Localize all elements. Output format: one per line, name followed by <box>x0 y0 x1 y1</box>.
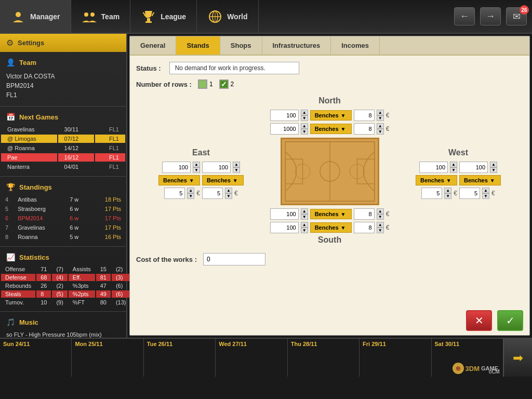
south-stand-row-1: ▲ ▼ Benches ▼ ▲ ▼ € <box>270 208 390 220</box>
north-price-spin-down-2[interactable]: ▼ <box>377 129 384 135</box>
south-bench-select-2[interactable]: Benches ▼ <box>310 222 352 233</box>
tab-general[interactable]: General <box>130 36 176 55</box>
west-price-spin-up-2[interactable]: ▲ <box>482 188 489 193</box>
west-euro-1: € <box>454 190 457 197</box>
west-spin-1: ▲ ▼ <box>450 162 457 173</box>
settings-bar[interactable]: ⚙ Settings <box>0 34 126 52</box>
confirm-button[interactable]: ✓ <box>497 310 523 331</box>
team-section-title: Team <box>19 59 36 66</box>
wins: 6 w <box>65 223 90 232</box>
east-spin-down-1[interactable]: ▼ <box>193 167 200 173</box>
north-price-1[interactable] <box>354 110 375 121</box>
tab-infrastructures[interactable]: Infrastructures <box>262 36 331 55</box>
row-checkbox-1[interactable] <box>198 79 207 89</box>
status-label: Status : <box>136 64 161 72</box>
west-price-2[interactable] <box>459 188 480 199</box>
nav-team[interactable]: Team <box>71 0 131 33</box>
north-section: North ▲ ▼ Benches ▼ <box>269 96 390 135</box>
west-price-spin-up-1[interactable]: ▲ <box>444 188 451 193</box>
north-price-spin-up-1[interactable]: ▲ <box>377 110 384 115</box>
west-price-spin-down-1[interactable]: ▼ <box>444 193 451 199</box>
south-price-1[interactable] <box>354 208 375 220</box>
west-spin-up-1[interactable]: ▲ <box>450 162 457 167</box>
date: 16/12 <box>58 153 94 162</box>
south-bench-select-1[interactable]: Benches ▼ <box>310 209 352 219</box>
north-bench-select-2[interactable]: Benches ▼ <box>310 124 352 134</box>
cost-input[interactable] <box>203 253 265 265</box>
east-spin-up-2[interactable]: ▲ <box>233 162 240 167</box>
wins: 6 w <box>65 214 90 222</box>
east-bench-select-1[interactable]: Benches ▼ <box>158 175 200 185</box>
north-spin-up-1[interactable]: ▲ <box>301 110 308 115</box>
east-price-spin-down-1[interactable]: ▼ <box>187 193 194 199</box>
south-spin-up-1[interactable]: ▲ <box>301 208 308 214</box>
tab-incomes[interactable]: Incomes <box>331 36 380 55</box>
cancel-button[interactable]: ✕ <box>466 310 492 331</box>
nav-league[interactable]: League <box>130 0 197 33</box>
south-spin-up-2[interactable]: ▲ <box>301 222 308 228</box>
stat-rank: (9) <box>52 299 67 306</box>
east-seats-1[interactable] <box>162 162 191 173</box>
row-checkbox-2[interactable]: ✓ <box>219 79 229 89</box>
east-bench-select-2[interactable]: Benches ▼ <box>202 175 244 185</box>
west-seats-1[interactable] <box>419 162 448 173</box>
north-price-spin-down-1[interactable]: ▼ <box>377 115 384 121</box>
league: FL1 <box>95 163 125 171</box>
south-price-spin-up-1[interactable]: ▲ <box>377 208 384 214</box>
west-spin-down-1[interactable]: ▼ <box>450 167 457 173</box>
points: 16 Pts <box>91 233 125 241</box>
north-price-spin-up-2[interactable]: ▲ <box>377 123 384 129</box>
east-spin-2: ▲ ▼ <box>233 162 240 173</box>
north-spin-down-1[interactable]: ▼ <box>301 115 308 121</box>
svg-rect-3 <box>147 18 150 21</box>
east-seats-2[interactable] <box>202 162 231 173</box>
west-spin-down-2[interactable]: ▼ <box>490 167 497 173</box>
north-price-2[interactable] <box>354 123 375 135</box>
east-price-1[interactable] <box>164 188 185 199</box>
court-section <box>269 138 390 205</box>
mail-button[interactable]: ✉ 26 <box>506 7 527 25</box>
west-spin-up-2[interactable]: ▲ <box>490 162 497 167</box>
nav-world[interactable]: World <box>197 0 258 33</box>
east-price-spin-up-2[interactable]: ▲ <box>225 188 232 193</box>
nav-manager[interactable]: Manager <box>0 0 71 33</box>
table-row: 6 BPM2014 6 w 17 Pts <box>1 214 125 222</box>
south-price-spin-up-2[interactable]: ▲ <box>377 222 384 228</box>
east-spin-down-2[interactable]: ▼ <box>233 167 240 173</box>
tab-shops[interactable]: Shops <box>220 36 262 55</box>
south-price-2[interactable] <box>354 222 375 233</box>
north-spin-up-2[interactable]: ▲ <box>301 123 308 129</box>
south-seats-1[interactable] <box>270 208 299 220</box>
west-price-spin-down-2[interactable]: ▼ <box>482 193 489 199</box>
east-price-spin-up-1[interactable]: ▲ <box>187 188 194 193</box>
points: 17 Pts <box>91 214 125 222</box>
east-spin-up-1[interactable]: ▲ <box>193 162 200 167</box>
west-bench-select-2[interactable]: Benches ▼ <box>459 175 501 185</box>
south-spin-down-2[interactable]: ▼ <box>301 228 308 233</box>
south-price-spin-down-2[interactable]: ▼ <box>377 228 384 233</box>
south-spin-down-1[interactable]: ▼ <box>301 214 308 220</box>
north-seats-2[interactable] <box>270 123 299 135</box>
south-price-spin-down-1[interactable]: ▼ <box>377 214 384 220</box>
calendar-day-mon: Mon 25/11 <box>72 339 143 377</box>
rows-row: Number of rows : 1 ✓ 2 <box>136 79 523 89</box>
east-price-spin-down-2[interactable]: ▼ <box>225 193 232 199</box>
calendar-next-button[interactable]: ➡ <box>503 339 532 377</box>
west-price-1[interactable] <box>421 188 442 199</box>
tab-stands[interactable]: Stands <box>176 36 220 55</box>
south-seats-2[interactable] <box>270 222 299 233</box>
back-button[interactable]: ← <box>454 7 475 25</box>
cal-day-label: Wed 27/11 <box>219 341 284 347</box>
west-bench-select-1[interactable]: Benches ▼ <box>416 175 457 185</box>
north-seats-1[interactable] <box>270 110 299 121</box>
table-row: 7 Gravelinas 6 w 17 Pts <box>1 223 125 232</box>
forward-button[interactable]: → <box>480 7 501 25</box>
svg-point-1 <box>84 12 88 17</box>
row-option-2: ✓ 2 <box>219 79 234 89</box>
north-spin-down-2[interactable]: ▼ <box>301 129 308 135</box>
north-bench-select-1[interactable]: Benches ▼ <box>310 110 352 121</box>
team-icon <box>82 9 97 24</box>
east-price-2[interactable] <box>202 188 223 199</box>
west-seats-2[interactable] <box>459 162 488 173</box>
points: 17 Pts <box>91 223 125 232</box>
